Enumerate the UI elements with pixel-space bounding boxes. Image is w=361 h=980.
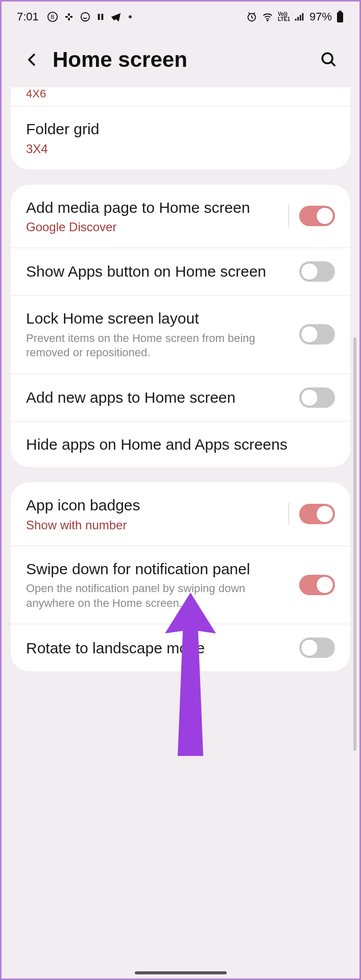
- slack-icon: [63, 11, 75, 22]
- battery-icon: [336, 11, 344, 23]
- status-left: 7:01 B: [17, 10, 132, 23]
- divider: [288, 503, 289, 525]
- wifi-icon: [261, 11, 274, 22]
- svg-rect-14: [302, 13, 304, 21]
- svg-text:B: B: [51, 14, 54, 20]
- hide-apps-row[interactable]: Hide apps on Home and Apps screens: [11, 421, 350, 468]
- lock-layout-desc: Prevent items on the Home screen from be…: [26, 331, 289, 360]
- add-media-page-title: Add media page to Home screen: [26, 198, 278, 217]
- lock-layout-title: Lock Home screen layout: [26, 309, 289, 328]
- svg-rect-7: [98, 14, 100, 20]
- svg-rect-5: [68, 18, 70, 21]
- misc-options-card: App icon badges Show with number Swipe d…: [11, 482, 350, 671]
- divider: [288, 205, 289, 227]
- folder-grid-row[interactable]: Folder grid 3X4: [11, 106, 350, 169]
- alarm-icon: [246, 11, 257, 22]
- volte-icon: Vo))LTE1: [278, 12, 290, 22]
- swipe-down-title: Swipe down for notification panel: [26, 559, 289, 579]
- page-header: Home screen: [2, 32, 359, 87]
- battery-percent: 97%: [309, 10, 332, 23]
- whatsapp-icon: [80, 11, 91, 22]
- lock-layout-row[interactable]: Lock Home screen layout Prevent items on…: [11, 295, 350, 374]
- home-options-card: Add media page to Home screen Google Dis…: [11, 185, 350, 468]
- settings-content: 4X6 Folder grid 3X4 Add media page to Ho…: [2, 87, 359, 692]
- status-time: 7:01: [17, 10, 39, 23]
- app-icon-badges-toggle[interactable]: [299, 504, 335, 524]
- add-media-page-toggle[interactable]: [299, 206, 335, 226]
- pause-icon: [96, 12, 105, 21]
- rotate-landscape-title: Rotate to landscape mode: [26, 639, 289, 658]
- status-right: Vo))LTE1 97%: [246, 10, 344, 23]
- back-button[interactable]: [22, 50, 42, 70]
- add-new-apps-row[interactable]: Add new apps to Home screen: [11, 374, 350, 421]
- add-new-apps-toggle[interactable]: [299, 387, 335, 408]
- svg-point-10: [267, 20, 268, 21]
- signal-icon: [294, 11, 305, 22]
- search-button[interactable]: [319, 50, 339, 70]
- show-apps-button-toggle[interactable]: [299, 261, 335, 282]
- svg-point-6: [81, 13, 90, 21]
- navigation-handle[interactable]: [135, 971, 227, 974]
- home-grid-value: 4X6: [26, 87, 335, 101]
- add-media-page-sub: Google Discover: [26, 220, 278, 234]
- page-title: Home screen: [53, 47, 308, 72]
- svg-rect-13: [300, 15, 301, 20]
- notification-b-icon: B: [47, 11, 58, 22]
- rotate-landscape-row[interactable]: Rotate to landscape mode: [11, 624, 350, 671]
- svg-rect-3: [70, 16, 73, 18]
- svg-rect-11: [295, 19, 297, 21]
- add-media-page-row[interactable]: Add media page to Home screen Google Dis…: [11, 185, 350, 248]
- scroll-indicator[interactable]: [353, 337, 356, 751]
- add-new-apps-title: Add new apps to Home screen: [26, 388, 289, 407]
- app-icon-badges-row[interactable]: App icon badges Show with number: [11, 482, 350, 546]
- folder-grid-title: Folder grid: [26, 119, 335, 139]
- telegram-icon: [110, 11, 122, 22]
- hide-apps-title: Hide apps on Home and Apps screens: [26, 435, 335, 454]
- status-bar: 7:01 B Vo))LTE1 97%: [2, 2, 359, 32]
- swipe-down-row[interactable]: Swipe down for notification panel Open t…: [11, 546, 350, 624]
- lock-layout-toggle[interactable]: [299, 324, 335, 345]
- svg-rect-8: [101, 14, 103, 20]
- svg-rect-16: [337, 12, 343, 22]
- folder-grid-value: 3X4: [26, 142, 335, 156]
- show-apps-button-row[interactable]: Show Apps button on Home screen: [11, 248, 350, 295]
- swipe-down-toggle[interactable]: [299, 575, 335, 595]
- svg-rect-12: [297, 17, 299, 20]
- grid-settings-card: 4X6 Folder grid 3X4: [11, 87, 350, 169]
- svg-rect-15: [339, 11, 342, 12]
- rotate-landscape-toggle[interactable]: [299, 638, 335, 658]
- app-icon-badges-sub: Show with number: [26, 518, 278, 532]
- show-apps-button-title: Show Apps button on Home screen: [26, 262, 289, 281]
- home-grid-row-partial[interactable]: 4X6: [11, 87, 350, 106]
- svg-rect-2: [65, 16, 68, 18]
- svg-line-18: [331, 62, 334, 65]
- swipe-down-desc: Open the notification panel by swiping d…: [26, 581, 289, 610]
- more-notifications-dot: [129, 15, 132, 18]
- app-icon-badges-title: App icon badges: [26, 496, 278, 515]
- svg-rect-4: [68, 13, 70, 16]
